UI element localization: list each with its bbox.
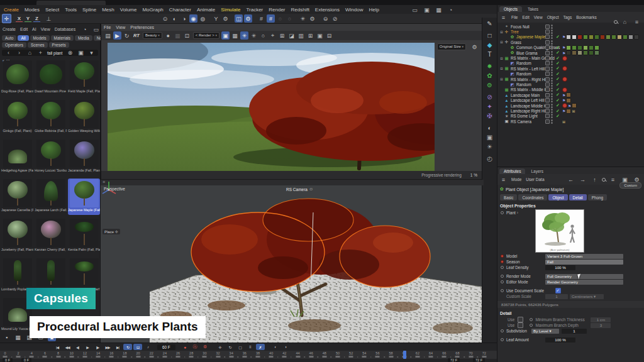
om-menu-edit[interactable]: Edit bbox=[522, 15, 529, 19]
compare-icon[interactable]: ✳ bbox=[250, 31, 258, 40]
generator-check-icon[interactable]: ✓ bbox=[556, 45, 560, 50]
render-view-icon[interactable]: ▭ bbox=[411, 6, 419, 14]
grid-icon[interactable]: ▦ bbox=[174, 31, 182, 40]
range-start-field[interactable]: 0 F bbox=[3, 358, 13, 362]
dropdown-icon[interactable]: ▾ bbox=[87, 49, 96, 57]
visibility-dots[interactable] bbox=[551, 104, 553, 108]
material-tag[interactable] bbox=[583, 35, 588, 40]
flag-tag[interactable]: ⚑ bbox=[562, 109, 565, 113]
generator-check-icon[interactable]: ✓ bbox=[556, 98, 560, 103]
ab-menu-ai[interactable]: AI bbox=[32, 27, 36, 31]
sphere-a-icon[interactable]: ◐ bbox=[170, 14, 179, 23]
flag-tag[interactable]: ⚑ bbox=[562, 51, 565, 55]
keyframe-dot[interactable] bbox=[501, 255, 504, 258]
solo-a-button[interactable]: ◐ bbox=[271, 344, 280, 350]
collapse-icon[interactable]: ⊟ bbox=[499, 77, 504, 81]
window-icon[interactable]: ▭ bbox=[92, 25, 100, 33]
visibility-dots[interactable] bbox=[551, 82, 553, 87]
diagonal-icon[interactable]: ◪ bbox=[287, 31, 296, 40]
goto-end-button[interactable]: ▶| bbox=[113, 344, 122, 350]
object-row-landscape-left-hill-14[interactable]: ▲ Landscape Left Hill ✓ ⚑ bbox=[497, 98, 644, 103]
menu-mograph[interactable]: MoGraph bbox=[142, 7, 163, 13]
panel-menu-icon[interactable]: ≡ bbox=[501, 175, 506, 184]
material-tag[interactable] bbox=[611, 35, 616, 40]
generator-check-icon[interactable]: ✓ bbox=[556, 87, 560, 92]
visibility-dots[interactable] bbox=[551, 93, 553, 97]
category-tab-scenes[interactable]: Scenes bbox=[28, 42, 48, 48]
object-row-random-7[interactable]: ◩ Random ✓ bbox=[497, 61, 644, 66]
keyframe-settings-button[interactable]: ⚙ bbox=[201, 344, 209, 350]
disable-icon[interactable]: ⊘ bbox=[331, 14, 339, 23]
generator-icon[interactable]: ✸ bbox=[485, 62, 495, 71]
object-row-landscape-main-13[interactable]: ▲ Landscape Main ✓ ⚑ bbox=[497, 92, 644, 97]
fur-ball-icon[interactable]: ◍ bbox=[199, 14, 207, 23]
panel-menu-icon[interactable]: ≡ bbox=[501, 13, 506, 21]
ghost-button[interactable]: ⊡ bbox=[133, 344, 142, 350]
material-tag[interactable] bbox=[572, 50, 577, 55]
plant-item-honey-locust-sunbur[interactable]: Honey Locust 'Sunbur... bbox=[35, 139, 67, 175]
clear-icon[interactable]: ⊗ bbox=[66, 49, 74, 57]
menu-modes[interactable]: Modes bbox=[25, 7, 40, 13]
render-settings-icon[interactable]: ▦ bbox=[435, 6, 443, 14]
generator-check-icon[interactable]: ✓ bbox=[556, 50, 560, 55]
plant-item-japanese-larch-fall-pl[interactable]: Japanese Larch (Fall, Pl... bbox=[35, 178, 67, 215]
generator-check-icon[interactable]: ✓ bbox=[556, 103, 560, 108]
enable-toggle[interactable] bbox=[545, 82, 550, 87]
flag-tag[interactable]: ⚑ bbox=[562, 98, 565, 102]
pv-icon[interactable]: ▣ bbox=[316, 31, 324, 40]
axis-z-button[interactable]: Z bbox=[33, 16, 40, 22]
rv-menu-view[interactable]: View bbox=[116, 25, 125, 30]
keyframe-dot[interactable] bbox=[501, 266, 504, 269]
menu-tracker[interactable]: Tracker bbox=[246, 7, 263, 13]
material-tag[interactable] bbox=[566, 35, 571, 40]
rv-menu-preferences[interactable]: Preferences bbox=[130, 25, 154, 30]
render-mode-input[interactable]: Full Geometry bbox=[545, 274, 623, 279]
range-end-field[interactable]: 72 F bbox=[448, 358, 460, 362]
grid-b-icon[interactable]: # bbox=[267, 14, 275, 23]
filter-tab-auto[interactable]: Auto bbox=[2, 35, 16, 41]
environment-icon[interactable]: ◐ bbox=[485, 123, 495, 133]
visibility-dots[interactable] bbox=[551, 67, 553, 71]
enable-toggle[interactable] bbox=[545, 77, 550, 82]
minimum-branch-thickness-input[interactable]: 1 cm bbox=[591, 317, 611, 322]
material-tag[interactable] bbox=[566, 109, 571, 114]
menu-create[interactable]: Create bbox=[4, 7, 19, 13]
visibility-dots[interactable] bbox=[551, 51, 553, 55]
solo-b-button[interactable]: ◑ bbox=[281, 344, 290, 350]
character-icon[interactable]: Y bbox=[212, 14, 220, 23]
collapse-icon[interactable]: ⊟ bbox=[499, 67, 504, 70]
redshift-tag[interactable] bbox=[562, 77, 567, 82]
enable-toggle[interactable] bbox=[545, 104, 550, 108]
object-row-rs-dome-light-17[interactable]: ☀ RS Dome Light ✓ bbox=[497, 114, 644, 119]
filter-tab-all[interactable]: All bbox=[18, 35, 28, 41]
forward-icon[interactable]: › bbox=[15, 49, 23, 57]
account-icon[interactable]: ◔ bbox=[447, 6, 455, 14]
visibility-dots[interactable] bbox=[551, 56, 553, 60]
menu-select[interactable]: Select bbox=[45, 7, 59, 13]
sphere-active-icon[interactable]: ◉ bbox=[189, 14, 197, 23]
add-icon[interactable]: + bbox=[36, 49, 45, 57]
object-row-common-quaking-grass-4[interactable]: ✿ Common Quaking Grass ✓ ⚑ bbox=[497, 45, 644, 50]
plant-item-golden-weeping-willo[interactable]: Golden Weeping Willo... bbox=[68, 99, 100, 136]
enable-toggle[interactable] bbox=[545, 114, 550, 118]
record-position-button[interactable]: ✛ bbox=[216, 344, 225, 350]
snapshot-icon[interactable]: ✳ bbox=[240, 31, 248, 40]
menu-spline[interactable]: Spline bbox=[82, 7, 96, 13]
visibility-dots[interactable] bbox=[551, 45, 553, 50]
object-row-landscape-middle-hill-15[interactable]: ▲ Landscape Middle Hill ✓ ⚑ bbox=[497, 103, 644, 108]
ab-menu-edit[interactable]: Edit bbox=[20, 27, 28, 31]
material-tag[interactable] bbox=[589, 35, 594, 40]
modifier-icon[interactable]: ✦ bbox=[485, 102, 495, 111]
sphere-b-icon[interactable]: ◑ bbox=[180, 14, 188, 23]
back-icon[interactable]: ‹ bbox=[4, 49, 13, 57]
camera-menu-icon[interactable]: ⊙ bbox=[309, 187, 313, 192]
visibility-dots[interactable] bbox=[551, 25, 553, 29]
material-tag[interactable] bbox=[583, 50, 588, 55]
record-rotation-button[interactable]: ↻ bbox=[226, 344, 235, 350]
record-button[interactable]: ● bbox=[180, 344, 189, 350]
range-start2-field[interactable]: 0 F bbox=[21, 358, 31, 362]
filter-icon[interactable]: ≡ bbox=[609, 175, 617, 184]
om-menu-file[interactable]: File bbox=[511, 15, 518, 19]
menu-window[interactable]: Window bbox=[345, 7, 363, 13]
axis-x-button[interactable]: X bbox=[16, 16, 23, 22]
